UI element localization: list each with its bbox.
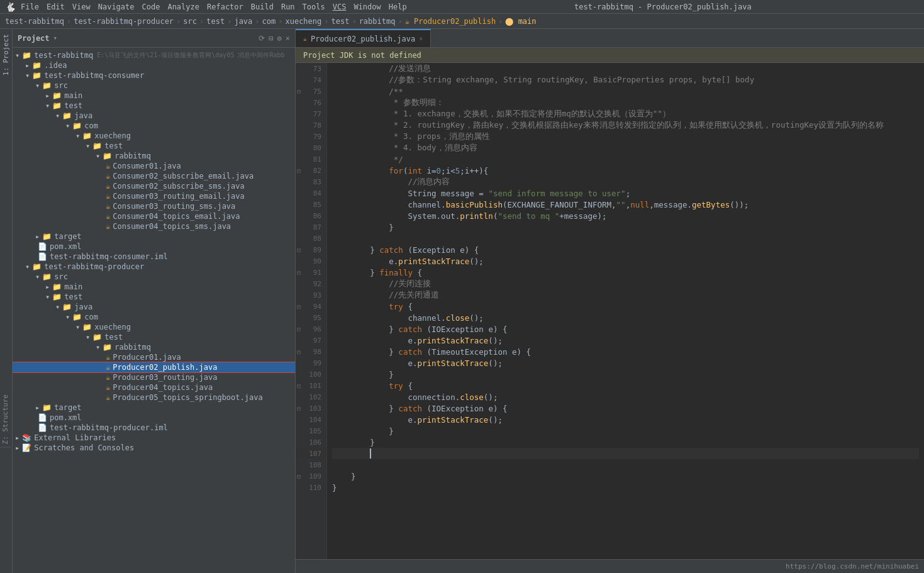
tree-item-consumer-java[interactable]: ▾ 📁 java xyxy=(13,111,295,121)
sidebar-tab-project[interactable]: 1: Project xyxy=(1,29,11,81)
tree-item-Consumer02-email[interactable]: ☕ Consumer02_subscribe_email.java xyxy=(13,171,295,181)
breadcrumb-item[interactable]: com xyxy=(262,17,276,26)
gear-icon[interactable]: ⚙ xyxy=(277,34,282,43)
tree-item-scratches[interactable]: ▸ 📝 Scratches and Consoles xyxy=(13,443,295,453)
tree-item-producer[interactable]: ▾ 📁 test-rabbitmq-producer xyxy=(13,262,295,272)
menu-code[interactable]: Code xyxy=(142,3,160,11)
breadcrumb-item[interactable]: src xyxy=(183,17,197,26)
tree-item-Consumer03-email[interactable]: ☕ Consumer03_routing_email.java xyxy=(13,191,295,201)
tree-item-consumer-com[interactable]: ▾ 📁 com xyxy=(13,121,295,131)
tree-item-Consumer03-sms[interactable]: ☕ Consumer03_routing_sms.java xyxy=(13,201,295,211)
tree-item-consumer-target[interactable]: ▸ 📁 target xyxy=(13,231,295,242)
tree-item-consumer-iml[interactable]: 📄 test-rabbitmq-consumer.iml xyxy=(13,252,295,262)
tree-label: xuecheng xyxy=(94,323,131,331)
tree-item-consumer-test2[interactable]: ▾ 📁 test xyxy=(13,141,295,151)
code-line-90: e.printStackTrace(); xyxy=(332,255,919,267)
structure-tab[interactable]: Z: Structure xyxy=(0,392,11,447)
menu-vcs[interactable]: VCS xyxy=(333,3,347,11)
tree-item-consumer-pom[interactable]: 📄 pom.xml xyxy=(13,242,295,252)
tab-close-button[interactable]: × xyxy=(419,35,423,42)
folder-icon: 📁 xyxy=(42,403,52,412)
code-line-109: } xyxy=(332,470,919,482)
tree-item-producer-main[interactable]: ▸ 📁 main xyxy=(13,282,295,292)
tree-item-Producer03[interactable]: ☕ Producer03_routing.java xyxy=(13,372,295,382)
folder-icon: 📁 xyxy=(72,313,82,321)
menu-bar[interactable]: File Edit View Navigate Code Analyze Ref… xyxy=(21,3,407,11)
tree-item-producer-java[interactable]: ▾ 📁 java xyxy=(13,302,295,312)
close-icon[interactable]: × xyxy=(286,34,290,43)
tree-item-consumer-rabbitmq[interactable]: ▾ 📁 rabbitmq xyxy=(13,151,295,161)
expand-icon: ▾ xyxy=(45,101,50,110)
tree-item-ext-libs[interactable]: ▸ 📚 External Libraries xyxy=(13,433,295,443)
expand-icon: ▸ xyxy=(45,282,50,291)
tree-item-producer-iml[interactable]: 📄 test-rabbitmq-producer.iml xyxy=(13,423,295,433)
menu-analyze[interactable]: Analyze xyxy=(167,3,199,11)
breadcrumb-item[interactable]: test-rabbitmq xyxy=(5,17,64,26)
tree-item-consumer-main[interactable]: ▸ 📁 main xyxy=(13,91,295,101)
tree-item-Consumer01[interactable]: ☕ Consumer01.java xyxy=(13,161,295,171)
breadcrumb-item[interactable]: java xyxy=(234,17,252,26)
tree-label: java xyxy=(74,111,92,120)
breadcrumb-item[interactable]: ⬤ main xyxy=(505,17,536,26)
title-bar: 🐇 File Edit View Navigate Code Analyze R… xyxy=(0,0,924,14)
code-line-95: channel.close(); xyxy=(332,312,919,323)
menu-window[interactable]: Window xyxy=(353,3,381,11)
iml-file-icon: 📄 xyxy=(38,423,47,432)
folder-icon: 📁 xyxy=(32,61,42,70)
tree-item-root[interactable]: ▾ 📁 test-rabbitmq E:\马亚飞的文件\21-项目微服务教育网\… xyxy=(13,50,295,60)
line-number: 84 xyxy=(296,187,326,199)
tree-item-idea[interactable]: ▸ 📁 .idea xyxy=(13,60,295,70)
breadcrumb-item[interactable]: test-rabbitmq-producer xyxy=(74,17,174,26)
tree-item-producer-src[interactable]: ▾ 📁 src xyxy=(13,272,295,282)
tree-item-producer-test2[interactable]: ▾ 📁 test xyxy=(13,332,295,342)
tree-item-Producer04[interactable]: ☕ Producer04_topics.java xyxy=(13,382,295,392)
tree-label: Consumer02_subscribe_email.java xyxy=(113,172,253,181)
iml-file-icon: 📄 xyxy=(38,252,47,261)
sync-icon[interactable]: ⟳ xyxy=(259,34,265,43)
line-number: 80 xyxy=(296,142,326,153)
sidebar-dropdown[interactable]: ▾ xyxy=(53,34,58,42)
tree-item-consumer-src[interactable]: ▾ 📁 src xyxy=(13,81,295,91)
tree-item-producer-pom[interactable]: 📄 pom.xml xyxy=(13,413,295,423)
menu-view[interactable]: View xyxy=(72,3,91,11)
line-number: 83 xyxy=(296,176,326,187)
tree-item-consumer-xuecheng[interactable]: ▾ 📁 xuecheng xyxy=(13,131,295,141)
code-line-104: e.printStackTrace(); xyxy=(332,414,919,425)
menu-tools[interactable]: Tools xyxy=(303,3,325,11)
code-line-102: connection.close(); xyxy=(332,391,919,403)
editor-tab-producer02[interactable]: ☕ Producer02_publish.java × xyxy=(296,29,431,47)
sidebar-header: Project ▾ ⟳ ⊟ ⚙ × xyxy=(13,29,295,48)
tree-item-Producer01[interactable]: ☕ Producer01.java xyxy=(13,352,295,362)
menu-build[interactable]: Build xyxy=(251,3,274,11)
tree-item-producer-rabbitmq[interactable]: ▾ 📁 rabbitmq xyxy=(13,342,295,352)
code-content[interactable]: //发送消息 //参数：String exchange, String rout… xyxy=(327,63,924,559)
tree-item-producer-target[interactable]: ▸ 📁 target xyxy=(13,403,295,413)
tree-item-Consumer02-sms[interactable]: ☕ Consumer02_subscribe_sms.java xyxy=(13,181,295,191)
folder-icon: 📁 xyxy=(92,333,102,342)
tree-item-consumer[interactable]: ▾ 📁 test-rabbitmq-consumer xyxy=(13,70,295,81)
menu-navigate[interactable]: Navigate xyxy=(98,3,135,11)
breadcrumb-item[interactable]: ☕ Producer02_publish xyxy=(405,17,496,26)
tree-item-consumer-test[interactable]: ▾ 📁 test xyxy=(13,101,295,111)
tree-item-producer-test[interactable]: ▾ 📁 test xyxy=(13,292,295,302)
menu-run[interactable]: Run xyxy=(281,3,295,11)
breadcrumb-item[interactable]: rabbitmq xyxy=(359,17,396,26)
tree-item-Producer05[interactable]: ☕ Producer05_topics_springboot.java xyxy=(13,392,295,403)
tree-label: Consumer04_topics_sms.java xyxy=(113,222,231,231)
menu-refactor[interactable]: Refactor xyxy=(207,3,243,11)
collapse-icon[interactable]: ⊟ xyxy=(269,34,273,43)
project-tree[interactable]: ▾ 📁 test-rabbitmq E:\马亚飞的文件\21-项目微服务教育网\… xyxy=(13,48,295,573)
breadcrumb-item[interactable]: xuecheng xyxy=(285,17,321,26)
menu-edit[interactable]: Edit xyxy=(47,3,65,11)
tree-item-producer-com[interactable]: ▾ 📁 com xyxy=(13,312,295,322)
tree-item-producer-xuecheng[interactable]: ▾ 📁 xuecheng xyxy=(13,322,295,332)
tree-item-Producer02-publish[interactable]: ☕ Producer02_publish.java xyxy=(13,362,295,372)
menu-help[interactable]: Help xyxy=(389,3,407,11)
breadcrumb-item[interactable]: test xyxy=(331,17,350,26)
breadcrumb-item[interactable]: test xyxy=(206,17,225,26)
expand-icon: ▾ xyxy=(75,323,80,331)
app-icon: 🐇 xyxy=(5,2,16,12)
menu-file[interactable]: File xyxy=(21,3,39,11)
tree-item-Consumer04-sms[interactable]: ☕ Consumer04_topics_sms.java xyxy=(13,221,295,231)
tree-item-Consumer04-email[interactable]: ☕ Consumer04_topics_email.java xyxy=(13,211,295,221)
